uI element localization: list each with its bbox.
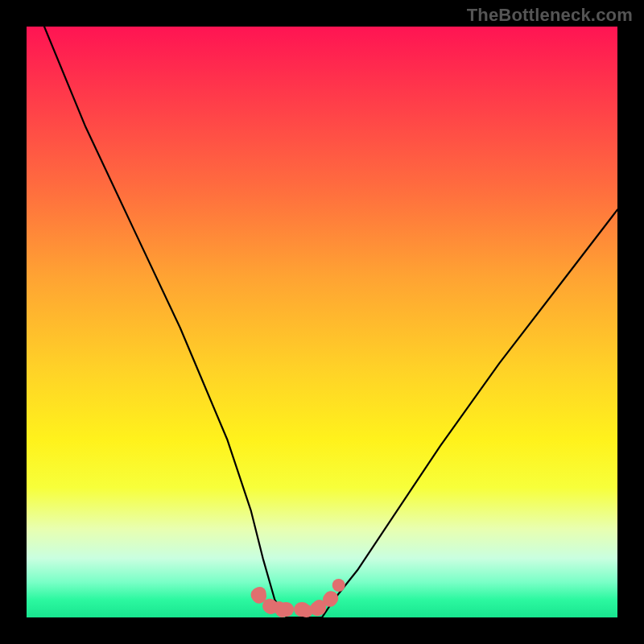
plot-area [27, 27, 617, 617]
flat-dot [254, 587, 266, 600]
flat-dot [313, 600, 326, 613]
bottleneck-curve [44, 27, 617, 617]
flat-dot [276, 605, 289, 617]
watermark-text: TheBottleneck.com [467, 5, 633, 26]
curve-layer [27, 27, 617, 617]
flat-dot [300, 605, 313, 617]
flat-dot [332, 579, 345, 592]
chart-frame: TheBottleneck.com [0, 0, 644, 644]
